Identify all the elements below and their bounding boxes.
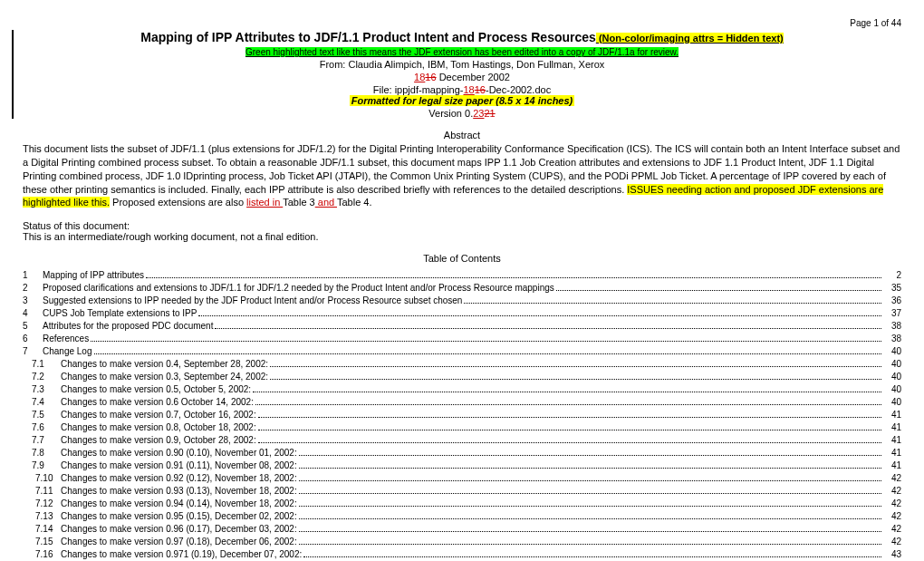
- toc-label: Attributes for the proposed PDC document: [43, 320, 213, 333]
- toc-label: Changes to make version 0.97 (0.18), Dec…: [61, 536, 297, 548]
- toc-number: 7.11: [23, 485, 61, 498]
- title-suffix: (Non-color/imaging attrs = Hidden text): [596, 33, 784, 44]
- toc-entry: 3Suggested extensions to IPP needed by t…: [23, 295, 901, 307]
- toc-leader: [258, 442, 881, 443]
- version-line: Version 0.2321: [23, 108, 901, 119]
- toc-leader: [303, 556, 881, 557]
- toc-header: Table of Contents: [23, 253, 901, 264]
- status-line2: This is an intermediate/rough working do…: [23, 231, 901, 242]
- toc-number: 6: [23, 333, 43, 345]
- toc-leader: [91, 341, 881, 342]
- toc-entry: 7.10Changes to make version 0.92 (0.12),…: [23, 472, 901, 485]
- toc-number: 4: [23, 307, 43, 320]
- toc-label: Changes to make version 0.95 (0.15), Dec…: [61, 510, 297, 523]
- toc-leader: [299, 506, 881, 507]
- toc-page: 38: [885, 320, 901, 333]
- toc-entry: 7.1Changes to make version 0.4, Septembe…: [23, 358, 901, 371]
- toc-leader: [299, 468, 881, 469]
- table-of-contents: 1Mapping of IPP attributes22Proposed cla…: [23, 269, 901, 561]
- toc-leader: [464, 303, 881, 304]
- toc-page: 2: [885, 269, 901, 282]
- toc-label: Changes to make version 0.7, October 16,…: [61, 409, 256, 421]
- status-block: Status of this document: This is an inte…: [23, 220, 901, 242]
- toc-number: 7.3: [23, 383, 61, 396]
- document-title: Mapping of IPP Attributes to JDF/1.1 Pro…: [140, 30, 596, 44]
- toc-leader: [94, 353, 882, 354]
- toc-number: 5: [23, 320, 43, 333]
- toc-entry: 7.14Changes to make version 0.96 (0.17),…: [23, 523, 901, 536]
- toc-number: 7.13: [23, 510, 61, 523]
- toc-entry: 7.6Changes to make version 0.8, October …: [23, 421, 901, 434]
- toc-number: 7.10: [23, 472, 61, 485]
- toc-leader: [198, 315, 881, 316]
- abstract-header: Abstract: [23, 130, 901, 140]
- toc-leader: [299, 518, 881, 519]
- format-note: Formatted for legal size paper (8.5 x 14…: [350, 95, 575, 106]
- toc-page: 42: [885, 485, 901, 498]
- toc-number: 7.15: [23, 536, 61, 548]
- toc-leader: [299, 455, 881, 456]
- toc-leader: [258, 430, 881, 430]
- toc-page: 41: [885, 459, 901, 472]
- toc-leader: [146, 277, 881, 278]
- toc-entry: 1Mapping of IPP attributes2: [23, 269, 901, 282]
- toc-page: 41: [885, 421, 901, 434]
- toc-number: 7: [23, 345, 43, 358]
- toc-entry: 4CUPS Job Template extensions to IPP37: [23, 307, 901, 320]
- toc-number: 7.1: [23, 358, 61, 371]
- toc-page: 40: [885, 345, 901, 358]
- toc-entry: 7.3Changes to make version 0.5, October …: [23, 383, 901, 396]
- status-line1: Status of this document:: [23, 220, 901, 231]
- toc-page: 42: [885, 472, 901, 485]
- toc-leader: [255, 404, 881, 405]
- title-block: Mapping of IPP Attributes to JDF/1.1 Pro…: [12, 30, 901, 119]
- toc-page: 42: [885, 510, 901, 523]
- abstract-body: This document lists the subset of JDF/1.…: [23, 142, 901, 209]
- toc-entry: 7.9Changes to make version 0.91 (0.11), …: [23, 459, 901, 472]
- authors-line: From: Claudia Alimpich, IBM, Tom Hasting…: [23, 59, 901, 70]
- toc-label: Changes to make version 0.96 (0.17), Dec…: [61, 523, 297, 536]
- toc-label: Changes to make version 0.4, September 2…: [61, 358, 268, 371]
- toc-label: Changes to make version 0.8, October 18,…: [61, 421, 256, 434]
- toc-number: 7.4: [23, 396, 61, 409]
- toc-leader: [299, 480, 881, 481]
- toc-page: 42: [885, 498, 901, 510]
- toc-number: 7.7: [23, 434, 61, 447]
- toc-entry: 2Proposed clarifications and extensions …: [23, 282, 901, 295]
- toc-entry: 6References38: [23, 333, 901, 345]
- toc-page: 35: [885, 282, 901, 295]
- date-line: 1816 December 2002: [23, 72, 901, 82]
- toc-label: Changes to make version 0.971 (0.19), De…: [61, 548, 302, 561]
- toc-page: 38: [885, 333, 901, 345]
- toc-page: 40: [885, 371, 901, 383]
- toc-leader: [258, 417, 881, 418]
- toc-leader: [270, 379, 881, 380]
- toc-page: 42: [885, 536, 901, 548]
- toc-number: 7.6: [23, 421, 61, 434]
- toc-entry: 7.4Changes to make version 0.6 October 1…: [23, 396, 901, 409]
- toc-leader: [299, 544, 881, 545]
- toc-entry: 5Attributes for the proposed PDC documen…: [23, 320, 901, 333]
- green-highlight-note: Green highlighted text like this means t…: [245, 47, 679, 57]
- toc-label: Changes to make version 0.94 (0.14), Nov…: [61, 498, 297, 510]
- toc-label: Changes to make version 0.6 October 14, …: [61, 396, 254, 409]
- toc-leader: [556, 290, 881, 291]
- toc-page: 41: [885, 409, 901, 421]
- toc-page: 42: [885, 523, 901, 536]
- toc-page: 40: [885, 358, 901, 371]
- toc-label: Changes to make version 0.5, October 5, …: [61, 383, 251, 396]
- toc-label: Changes to make version 0.92 (0.12), Nov…: [61, 472, 297, 485]
- toc-page: 41: [885, 447, 901, 459]
- toc-entry: 7.12Changes to make version 0.94 (0.14),…: [23, 498, 901, 510]
- toc-label: Changes to make version 0.9, October 28,…: [61, 434, 256, 447]
- toc-entry: 7.8Changes to make version 0.90 (0.10), …: [23, 447, 901, 459]
- toc-page: 40: [885, 383, 901, 396]
- toc-number: 7.8: [23, 447, 61, 459]
- toc-number: 7.16: [23, 548, 61, 561]
- toc-number: 7.2: [23, 371, 61, 383]
- toc-label: CUPS Job Template extensions to IPP: [43, 307, 197, 320]
- toc-number: 2: [23, 282, 43, 295]
- toc-label: Suggested extensions to IPP needed by th…: [43, 295, 462, 307]
- toc-label: Changes to make version 0.90 (0.10), Nov…: [61, 447, 297, 459]
- toc-page: 41: [885, 434, 901, 447]
